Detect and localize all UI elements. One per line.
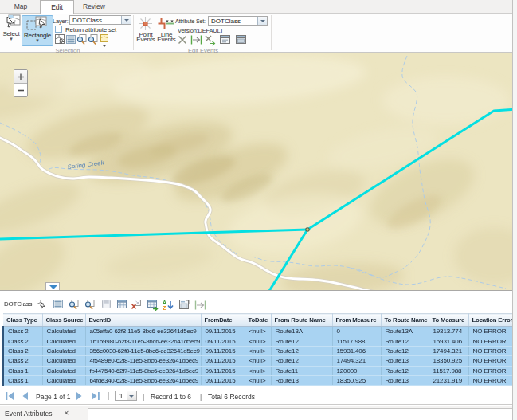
svg-text:Z: Z	[163, 305, 166, 311]
svg-text:A: A	[163, 300, 166, 305]
